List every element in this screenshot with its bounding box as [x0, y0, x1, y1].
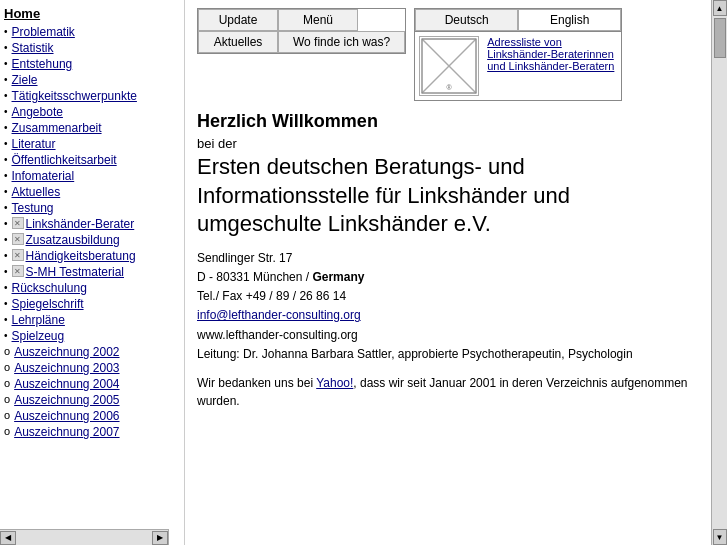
- update-button[interactable]: Update: [198, 9, 278, 31]
- list-item: •Spiegelschrift: [4, 297, 180, 311]
- logo-area: ® Adressliste von Linkshänder-Beraterinn…: [415, 32, 621, 100]
- list-item: •Aktuelles: [4, 185, 180, 199]
- deutsch-button[interactable]: Deutsch: [415, 9, 518, 31]
- broken-image-icon: ✕: [12, 265, 24, 277]
- sidebar-link-oeffentlichkeit[interactable]: Öffentlichkeitsarbeit: [12, 153, 117, 167]
- list-item: •✕Händigkeitsberatung: [4, 249, 180, 263]
- sidebar-horizontal-scrollbar[interactable]: ◀ ▶: [0, 529, 169, 545]
- list-item: •Infomaterial: [4, 169, 180, 183]
- nav-row-top: Update Menü: [198, 9, 405, 31]
- wo-finde-button[interactable]: Wo finde ich was?: [278, 31, 405, 53]
- top-navigation: Update Menü Aktuelles Wo finde ich was? …: [197, 8, 699, 101]
- language-buttons: Deutsch English: [415, 9, 621, 32]
- list-item: •Ziele: [4, 73, 180, 87]
- sidebar-link-entstehung[interactable]: Entstehung: [12, 57, 73, 71]
- sidebar-link-auszeichnung2006[interactable]: Auszeichnung 2006: [14, 409, 119, 423]
- scroll-right-arrow[interactable]: ▶: [152, 531, 168, 545]
- sidebar-home-label: Home: [4, 6, 180, 21]
- svg-text:®: ®: [447, 84, 453, 91]
- sidebar-link-ziele[interactable]: Ziele: [12, 73, 38, 87]
- list-item: •Problematik: [4, 25, 180, 39]
- sidebar-link-infomaterial[interactable]: Infomaterial: [12, 169, 75, 183]
- sidebar-link-spielzeug[interactable]: Spielzeug: [12, 329, 65, 343]
- list-item: •✕Linkshänder-Berater: [4, 217, 180, 231]
- sidebar-link-zusammenarbeit[interactable]: Zusammenarbeit: [12, 121, 102, 135]
- address-street: Sendlinger Str. 17: [197, 249, 699, 268]
- list-item: •Zusammenarbeit: [4, 121, 180, 135]
- aktuelles-button[interactable]: Aktuelles: [198, 31, 278, 53]
- list-item: •Rückschulung: [4, 281, 180, 295]
- sidebar-link-rueckschulung[interactable]: Rückschulung: [12, 281, 87, 295]
- scroll-thumb[interactable]: [714, 18, 726, 58]
- app-window: Home •Problematik •Statistik •Entstehung…: [0, 0, 727, 545]
- nav-row-bottom: Aktuelles Wo finde ich was?: [198, 31, 405, 53]
- sidebar-link-spiegelschrift[interactable]: Spiegelschrift: [12, 297, 84, 311]
- list-item: •Öffentlichkeitsarbeit: [4, 153, 180, 167]
- sidebar-link-auszeichnung2005[interactable]: Auszeichnung 2005: [14, 393, 119, 407]
- address-city: D - 80331 München / Germany: [197, 268, 699, 287]
- footer-text: Wir bedanken uns bei Yahoo!, dass wir se…: [197, 374, 699, 410]
- menue-button[interactable]: Menü: [278, 9, 358, 31]
- vertical-scrollbar[interactable]: ▲ ▼: [711, 0, 727, 545]
- sidebar-link-auszeichnung2002[interactable]: Auszeichnung 2002: [14, 345, 119, 359]
- list-item: •✕Zusatzausbildung: [4, 233, 180, 247]
- sidebar-link-testung[interactable]: Testung: [12, 201, 54, 215]
- list-item: oAuszeichnung 2004: [4, 377, 180, 391]
- sidebar-link-angebote[interactable]: Angebote: [12, 105, 63, 119]
- yahoo-link[interactable]: Yahoo!: [316, 376, 353, 390]
- nav-buttons-group: Update Menü Aktuelles Wo finde ich was?: [197, 8, 406, 54]
- sidebar-link-literatur[interactable]: Literatur: [12, 137, 56, 151]
- list-item: •Entstehung: [4, 57, 180, 71]
- sidebar-link-haendigkeit[interactable]: Händigkeitsberatung: [26, 249, 136, 263]
- address-website: www.lefthander-consulting.org: [197, 326, 699, 345]
- list-item: •Literatur: [4, 137, 180, 151]
- sidebar-nav: •Problematik •Statistik •Entstehung •Zie…: [4, 25, 180, 439]
- welcome-section: Herzlich Willkommen bei der Ersten deuts…: [197, 111, 699, 239]
- sidebar-link-lehrplaene[interactable]: Lehrpläne: [12, 313, 65, 327]
- sidebar-link-auszeichnung2004[interactable]: Auszeichnung 2004: [14, 377, 119, 391]
- scroll-down-arrow[interactable]: ▼: [713, 529, 727, 545]
- scroll-up-arrow[interactable]: ▲: [713, 0, 727, 16]
- scroll-left-arrow[interactable]: ◀: [0, 531, 16, 545]
- logo-image: ®: [419, 36, 479, 96]
- list-item: oAuszeichnung 2003: [4, 361, 180, 375]
- sidebar-link-smh[interactable]: S-MH Testmaterial: [26, 265, 124, 279]
- list-item: •Statistik: [4, 41, 180, 55]
- sidebar-link-taetigkeits[interactable]: Tätigkeitsschwerpunkte: [12, 89, 137, 103]
- english-button[interactable]: English: [518, 9, 621, 31]
- address-tel: Tel./ Fax +49 / 89 / 26 86 14: [197, 287, 699, 306]
- language-logo-panel: Deutsch English ® Adresslis: [414, 8, 622, 101]
- logo-description: Adressliste von Linkshänder-Beraterinnen…: [487, 36, 617, 96]
- broken-image-icon: ✕: [12, 249, 24, 261]
- sidebar-link-statistik[interactable]: Statistik: [12, 41, 54, 55]
- welcome-sub: bei der: [197, 136, 699, 151]
- address-section: Sendlinger Str. 17 D - 80331 München / G…: [197, 249, 699, 364]
- sidebar-link-linkshaender-berater[interactable]: Linkshänder-Berater: [26, 217, 135, 231]
- list-item: oAuszeichnung 2007: [4, 425, 180, 439]
- address-email: info@lefthander-consulting.org: [197, 306, 699, 325]
- sidebar: Home •Problematik •Statistik •Entstehung…: [0, 0, 185, 545]
- list-item: oAuszeichnung 2006: [4, 409, 180, 423]
- broken-image-icon: ✕: [12, 233, 24, 245]
- welcome-large-text: Ersten deutschen Beratungs- und Informat…: [197, 153, 699, 239]
- list-item: •Angebote: [4, 105, 180, 119]
- address-city-bold: Germany: [312, 270, 364, 284]
- welcome-title: Herzlich Willkommen: [197, 111, 699, 132]
- list-item: oAuszeichnung 2002: [4, 345, 180, 359]
- list-item: •Spielzeug: [4, 329, 180, 343]
- sidebar-link-problematik[interactable]: Problematik: [12, 25, 75, 39]
- email-link[interactable]: info@lefthander-consulting.org: [197, 308, 361, 322]
- broken-image-icon: ✕: [12, 217, 24, 229]
- sidebar-link-auszeichnung2003[interactable]: Auszeichnung 2003: [14, 361, 119, 375]
- address-leitung: Leitung: Dr. Johanna Barbara Sattler, ap…: [197, 345, 699, 364]
- sidebar-link-auszeichnung2007[interactable]: Auszeichnung 2007: [14, 425, 119, 439]
- list-item: •✕S-MH Testmaterial: [4, 265, 180, 279]
- sidebar-link-zusatz[interactable]: Zusatzausbildung: [26, 233, 120, 247]
- list-item: •Tätigkeitsschwerpunkte: [4, 89, 180, 103]
- list-item: oAuszeichnung 2005: [4, 393, 180, 407]
- footer-text-before: Wir bedanken uns bei: [197, 376, 316, 390]
- list-item: •Testung: [4, 201, 180, 215]
- sidebar-link-aktuelles[interactable]: Aktuelles: [12, 185, 61, 199]
- adressliste-link[interactable]: Adressliste von Linkshänder-Beraterinnen…: [487, 36, 614, 72]
- list-item: •Lehrpläne: [4, 313, 180, 327]
